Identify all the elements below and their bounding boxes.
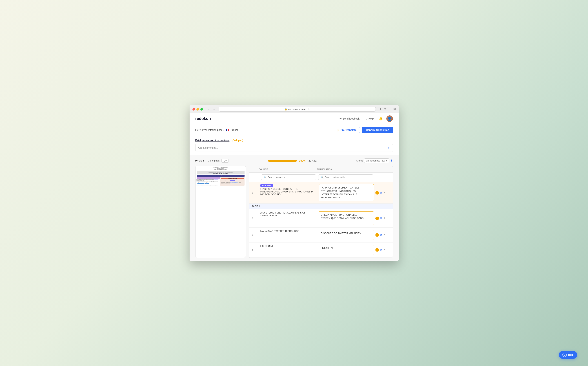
progress-section: 100% (33 / 33) [268,159,317,162]
forward-button[interactable]: → [212,107,217,111]
breadcrumb: FYP1 Presentation.pptx › 🇫🇷 French [195,128,239,132]
browser-window: ← → 🔒 we.redokun.com ⟳ ⬇ ⬆ ＋ ⊞ redokun ✉… [189,105,399,261]
translation-input-3[interactable] [319,230,374,240]
row-number-3: 3 [252,228,259,242]
single-highlight: single out popular hashtags [230,182,238,183]
app-header: redokun ✉ Send feedback ? Help 🔔 👤 [189,113,399,124]
help-fab-button[interactable]: ? Help [559,351,577,359]
bookmark-icon-4[interactable]: ⚑ [383,248,386,252]
warning-icon-4[interactable]: ! [375,248,379,252]
bookmark-icon-2[interactable]: ⚑ [383,217,386,220]
slide-two-column: INTRODUCTION ■ #Hashtags were introduced… [196,177,244,185]
source-search-input[interactable] [268,176,314,179]
search-row: 🔍 🔍 [249,173,393,182]
app-logo: redokun [195,116,211,121]
table-header: SOURCE TRANSLATION [249,166,393,173]
source-cell-1: Slide notes : TAKING A CLOSER LOOK AT TH… [259,182,317,203]
row-actions-1: ! ⧉ ⚑ [375,182,390,203]
source-column-header: SOURCE [259,168,317,170]
studies-text: Existing semiotic studies tend to single… [221,182,244,184]
translation-cell-2 [317,209,375,227]
warning-icon-3[interactable]: ! [375,233,379,237]
envelope-icon: ✉ [339,117,342,120]
page-label: PAGE 1 [195,159,204,162]
help-button[interactable]: ? Help [365,116,375,121]
filter-label: All sentences (33) [366,159,385,162]
copy-icon-2[interactable]: ⧉ [380,217,382,220]
translation-search-input[interactable] [325,176,371,179]
pre-translate-button[interactable]: ⚡ Pre-Translate [333,127,360,133]
download-icon[interactable]: ⬇ [391,159,393,162]
breadcrumb-bar: FYP1 Presentation.pptx › 🇫🇷 French ⚡ Pre… [189,124,399,136]
pre-translate-label: Pre-Translate [341,129,357,131]
slide-link-box: List first 10 [196,175,244,177]
address-bar[interactable]: 🔒 we.redokun.com ⟳ [219,107,376,112]
bookmark-icon-1[interactable]: ⚑ [383,191,386,194]
language-flag: 🇫🇷 [226,128,229,132]
show-label: Show: [356,159,363,162]
table-row: 3 MALAYSIAN TWITTER DISCOURSE ! ⧉ ⚑ [249,228,393,243]
table-row: 1 Slide notes : TAKING A CLOSER LOOK AT … [249,182,393,204]
notes-comment-input[interactable] [198,146,387,149]
goto-page-number[interactable]: 1 ▾ [221,159,229,163]
hashtag-2: #JomVoting [200,183,204,184]
maximize-button[interactable] [200,108,203,111]
browser-chrome: ← → 🔒 we.redokun.com ⟳ ⬇ ⬆ ＋ ⊞ [189,105,399,113]
grid-icon[interactable]: ⊞ [393,107,396,111]
slide-bullet-1: ■ #Hashtags were introduced as a tool fo… [196,179,220,181]
progress-count: (33 / 33) [308,159,317,162]
translation-cell-1 [317,182,375,203]
copy-icon-1[interactable]: ⧉ [380,191,382,194]
bookmark-icon-3[interactable]: ⚑ [383,233,386,236]
notification-button[interactable]: 🔔 [379,117,383,121]
send-feedback-button[interactable]: ✉ Send feedback [338,116,361,121]
confirm-translation-button[interactable]: Confirm translation [362,127,393,133]
notes-input-row: ➤ [195,144,393,152]
goto-page: Go to page: 1 ▾ [208,159,229,163]
notes-collapse-button[interactable]: (Collapse) [232,139,243,142]
source-cell-3: MALAYSIAN TWITTER DISCOURSE [259,228,317,242]
notes-title: Brief, notes and instructions [195,139,230,142]
header-actions: ✉ Send feedback ? Help 🔔 👤 [338,115,393,122]
translation-input-4[interactable] [319,245,374,255]
goto-page-label: Go to page: [208,159,220,162]
slide-left-column: INTRODUCTION ■ #Hashtags were introduced… [196,177,220,185]
translation-table: SOURCE TRANSLATION 🔍 🔍 [249,166,393,258]
filter-dropdown[interactable]: All sentences (33) ▾ [364,158,389,163]
filter-chevron-icon: ▾ [386,159,387,162]
slide-notes-badge: Slide notes [260,184,273,187]
share-icon[interactable]: ⬆ [384,107,386,111]
slide-hashtag-row: #Bersih #JomVoting #mmbanning [196,183,220,184]
warning-icon-2[interactable]: ! [375,217,379,220]
notes-section: Brief, notes and instructions (Collapse)… [189,136,399,155]
row-actions-3: ! ⧉ ⚑ [375,228,390,242]
translation-area: DEPARTMENT OF LANGUAGES ANDLINGUISTICS (… [195,166,393,258]
copy-icon-4[interactable]: ⧉ [380,248,382,252]
progress-bar-fill [268,160,297,162]
copy-icon-3[interactable]: ⧉ [380,233,382,236]
breadcrumb-actions: ⚡ Pre-Translate Confirm translation [333,127,393,133]
minimize-button[interactable] [196,108,199,111]
semiotic-highlight: semiotic resources [230,180,235,180]
confirm-translation-label: Confirm translation [366,129,389,131]
translation-input-2[interactable] [319,211,374,225]
breadcrumb-language: French [231,129,239,131]
close-button[interactable] [192,108,195,111]
back-button[interactable]: ← [206,107,211,111]
new-tab-icon[interactable]: ＋ [388,107,391,111]
send-comment-icon[interactable]: ➤ [387,146,390,150]
hashtag-1: #Bersih [197,183,200,184]
row-number-2: 2 [252,209,259,227]
user-avatar[interactable]: 👤 [386,115,393,122]
translation-input-1[interactable] [319,184,374,201]
translation-column-header: TRANSLATION [317,168,375,170]
warning-icon-1[interactable]: ! [375,191,379,195]
page-header-row: PAGE 1 Go to page: 1 ▾ 100% (33 / 33) Sh… [195,158,393,163]
row-actions-4: ! ⧉ ⚑ [375,243,390,257]
translation-cell-3 [317,228,375,242]
breadcrumb-filename[interactable]: FYP1 Presentation.pptx [195,129,222,131]
thumbnail-panel: DEPARTMENT OF LANGUAGES ANDLINGUISTICS (… [195,166,246,258]
downloads-icon[interactable]: ⬇ [379,107,382,111]
slide-footnote: Sometimes I don't quite understand mysel… [196,185,220,186]
row-actions-2: ! ⧉ ⚑ [375,209,390,227]
